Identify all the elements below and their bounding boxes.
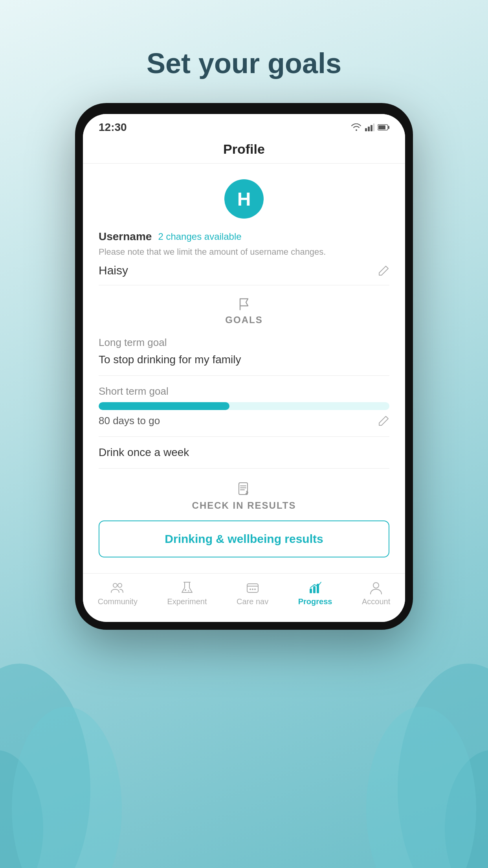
checkin-label: CHECK IN RESULTS <box>192 500 296 511</box>
svg-rect-8 <box>371 125 372 131</box>
screen-header-title: Profile <box>223 142 265 156</box>
goals-label: GOALS <box>225 314 262 326</box>
days-to-go-text: 80 days to go <box>99 415 160 427</box>
nav-label-community: Community <box>98 597 138 606</box>
username-label: Username <box>99 230 152 243</box>
phone-frame: 12:30 <box>75 103 413 630</box>
checkin-section: CHECK IN RESULTS Drinking & wellbeing re… <box>99 478 389 565</box>
checkin-doc-icon <box>237 482 251 497</box>
username-section: Username 2 changes available Please note… <box>99 230 389 285</box>
nav-item-experiment[interactable]: Experiment <box>167 581 207 606</box>
svg-point-14 <box>113 583 117 587</box>
screen-header: Profile <box>83 138 405 164</box>
checkin-header: CHECK IN RESULTS <box>99 482 389 511</box>
goals-section: GOALS Long term goal To stop drinking fo… <box>99 285 389 469</box>
svg-point-16 <box>185 589 186 591</box>
experiment-icon <box>180 581 194 595</box>
username-note: Please note that we limit the amount of … <box>99 246 389 258</box>
svg-rect-18 <box>247 584 258 592</box>
username-value: Haisy <box>99 264 128 277</box>
goals-section-header: GOALS <box>99 297 389 326</box>
short-term-goal-label: Short term goal <box>99 385 389 397</box>
edit-username-icon[interactable] <box>378 265 389 276</box>
nav-item-progress[interactable]: Progress <box>298 581 332 606</box>
account-icon <box>369 581 383 595</box>
community-icon <box>110 581 125 595</box>
drinking-wellbeing-button[interactable]: Drinking & wellbeing results <box>99 520 389 557</box>
svg-point-25 <box>373 583 379 588</box>
changes-badge: 2 changes available <box>158 231 241 242</box>
bottom-nav: Community Experiment <box>83 573 405 622</box>
svg-rect-12 <box>388 126 389 129</box>
screen-content: H Username 2 changes available Please no… <box>83 164 405 573</box>
svg-rect-7 <box>368 127 370 131</box>
svg-point-20 <box>252 588 253 590</box>
long-term-goal-value: To stop drinking for my family <box>99 353 389 366</box>
nav-item-care-nav[interactable]: Care nav <box>237 581 268 606</box>
battery-icon <box>378 124 389 131</box>
short-term-goal-item: Short term goal 80 days to go <box>99 385 389 437</box>
svg-point-15 <box>118 583 122 587</box>
phone-screen: 12:30 <box>83 114 405 622</box>
svg-point-19 <box>250 588 251 590</box>
username-label-row: Username 2 changes available <box>99 230 389 243</box>
nav-label-account: Account <box>362 597 390 606</box>
status-time: 12:30 <box>99 121 127 134</box>
svg-rect-23 <box>313 586 316 593</box>
svg-point-21 <box>254 588 256 590</box>
svg-rect-22 <box>310 588 312 593</box>
svg-rect-9 <box>373 123 374 131</box>
edit-goal-icon[interactable] <box>378 415 389 426</box>
svg-rect-11 <box>378 125 385 129</box>
svg-point-17 <box>188 590 189 591</box>
username-value-row: Haisy <box>99 264 389 277</box>
avatar[interactable]: H <box>224 179 264 219</box>
nav-label-progress: Progress <box>298 597 332 606</box>
progress-bar-container <box>99 402 389 410</box>
care-nav-icon <box>246 581 260 595</box>
signal-icon <box>365 123 374 131</box>
nav-label-care-nav: Care nav <box>237 597 268 606</box>
progress-icon <box>308 581 322 595</box>
status-bar: 12:30 <box>83 114 405 138</box>
flag-icon <box>237 297 251 311</box>
long-term-goal-label: Long term goal <box>99 337 389 349</box>
long-term-goal-item: Long term goal To stop drinking for my f… <box>99 337 389 376</box>
svg-rect-6 <box>365 128 367 131</box>
drink-goal-value: Drink once a week <box>99 446 389 459</box>
page-title: Set your goals <box>147 47 341 79</box>
drink-goal-item: Drink once a week <box>99 446 389 469</box>
avatar-section: H <box>99 164 389 230</box>
progress-bar-fill <box>99 402 229 410</box>
status-icons <box>351 123 389 131</box>
wifi-icon <box>351 123 362 131</box>
nav-label-experiment: Experiment <box>167 597 207 606</box>
progress-days-row: 80 days to go <box>99 415 389 427</box>
nav-item-account[interactable]: Account <box>362 581 390 606</box>
nav-item-community[interactable]: Community <box>98 581 138 606</box>
